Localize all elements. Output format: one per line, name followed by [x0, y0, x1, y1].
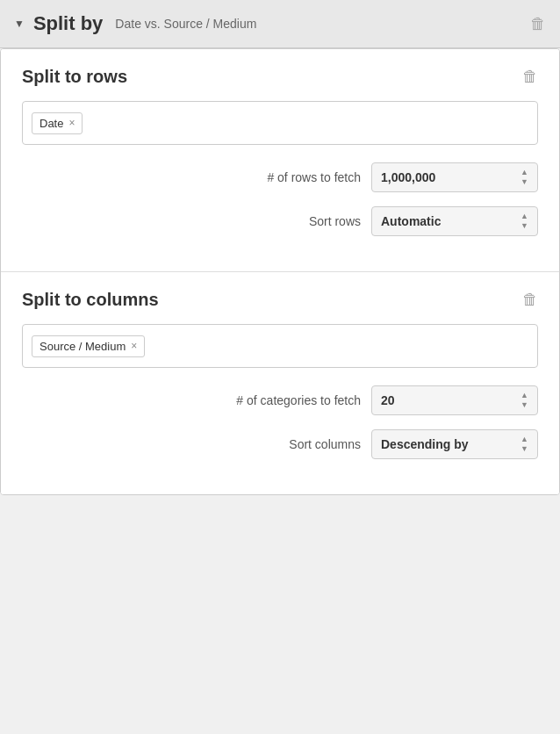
- split-to-columns-trash-icon[interactable]: 🗑: [522, 291, 538, 309]
- split-to-rows-header: Split to rows 🗑: [22, 67, 538, 87]
- date-tag: Date ×: [32, 112, 83, 134]
- sort-columns-select[interactable]: Descending by ▲ ▼: [371, 429, 538, 459]
- date-tag-label: Date: [39, 117, 63, 130]
- rows-to-fetch-value: 1,000,000: [381, 170, 435, 184]
- split-to-rows-section: Split to rows 🗑 Date × # of rows to fetc…: [1, 49, 559, 271]
- sort-rows-label: Sort rows: [220, 214, 361, 228]
- sort-columns-value: Descending by: [381, 437, 469, 451]
- spinner-up-icon[interactable]: ▲: [521, 169, 528, 176]
- sort-columns-row: Sort columns Descending by ▲ ▼: [22, 429, 538, 459]
- categories-spinner-down-icon[interactable]: ▼: [521, 401, 528, 409]
- categories-to-fetch-label: # of categories to fetch: [220, 393, 361, 407]
- sort-rows-spinner[interactable]: ▲ ▼: [521, 212, 528, 230]
- source-medium-tag-label: Source / Medium: [39, 340, 126, 353]
- categories-to-fetch-row: # of categories to fetch 20 ▲ ▼: [22, 385, 538, 415]
- source-medium-tag: Source / Medium ×: [32, 335, 145, 357]
- categories-to-fetch-value: 20: [381, 393, 395, 407]
- sort-rows-select[interactable]: Automatic ▲ ▼: [371, 206, 538, 236]
- source-medium-tag-remove[interactable]: ×: [131, 341, 137, 351]
- rows-to-fetch-label: # of rows to fetch: [220, 170, 361, 184]
- split-to-columns-header: Split to columns 🗑: [22, 290, 538, 310]
- sort-columns-label: Sort columns: [220, 437, 361, 451]
- sort-rows-value: Automatic: [381, 214, 441, 228]
- split-to-columns-title: Split to columns: [22, 290, 159, 310]
- toggle-arrow-icon[interactable]: ▼: [14, 18, 25, 30]
- sort-columns-spinner-down-icon[interactable]: ▼: [521, 445, 528, 453]
- spinner-down-icon[interactable]: ▼: [521, 178, 528, 186]
- rows-to-fetch-select[interactable]: 1,000,000 ▲ ▼: [371, 162, 538, 192]
- sort-rows-spinner-up-icon[interactable]: ▲: [521, 212, 528, 220]
- sort-columns-spinner[interactable]: ▲ ▼: [521, 435, 528, 453]
- split-to-rows-trash-icon[interactable]: 🗑: [522, 68, 538, 86]
- rows-to-fetch-spinner[interactable]: ▲ ▼: [521, 169, 528, 186]
- main-content: Split to rows 🗑 Date × # of rows to fetc…: [0, 48, 560, 495]
- split-by-subtitle: Date vs. Source / Medium: [115, 17, 256, 31]
- split-to-rows-title: Split to rows: [22, 67, 127, 87]
- rows-tag-input-area[interactable]: Date ×: [22, 101, 538, 145]
- sort-columns-spinner-up-icon[interactable]: ▲: [521, 435, 528, 443]
- split-to-columns-section: Split to columns 🗑 Source / Medium × # o…: [1, 271, 559, 494]
- top-bar: ▼ Split by Date vs. Source / Medium 🗑: [0, 0, 560, 48]
- sort-rows-spinner-down-icon[interactable]: ▼: [521, 222, 528, 230]
- categories-spinner-up-icon[interactable]: ▲: [521, 392, 528, 399]
- date-tag-remove[interactable]: ×: [68, 118, 75, 128]
- rows-to-fetch-row: # of rows to fetch 1,000,000 ▲ ▼: [22, 162, 538, 192]
- categories-to-fetch-spinner[interactable]: ▲ ▼: [521, 392, 528, 409]
- sort-rows-row: Sort rows Automatic ▲ ▼: [22, 206, 538, 236]
- categories-to-fetch-select[interactable]: 20 ▲ ▼: [371, 385, 538, 415]
- split-by-title: Split by: [33, 12, 103, 35]
- columns-tag-input-area[interactable]: Source / Medium ×: [22, 324, 538, 368]
- top-trash-icon[interactable]: 🗑: [530, 15, 546, 33]
